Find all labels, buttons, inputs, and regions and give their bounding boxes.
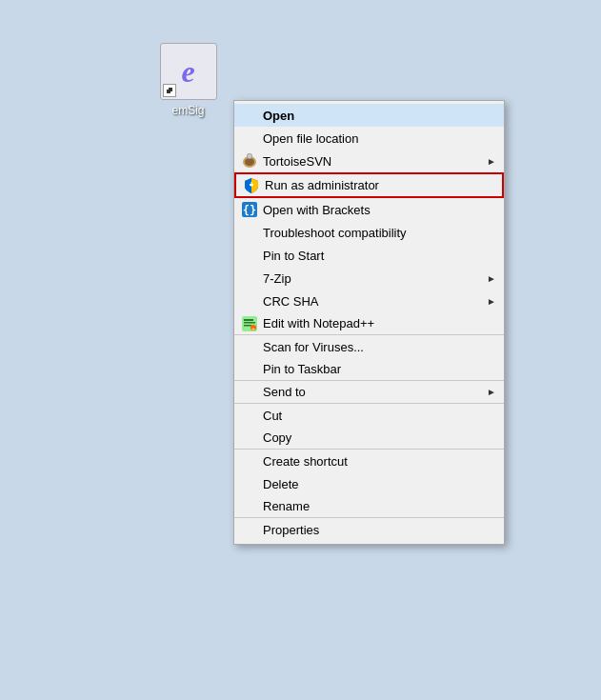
menu-item-cut[interactable]: Cut xyxy=(234,404,504,427)
svg-rect-10 xyxy=(244,322,255,324)
shield-uac-icon xyxy=(242,176,261,195)
submenu-arrow: ► xyxy=(487,273,496,284)
svg-rect-11 xyxy=(244,325,251,327)
menu-item-delete[interactable]: Delete xyxy=(234,472,504,495)
svg-point-3 xyxy=(248,154,251,158)
menu-item-create-shortcut[interactable]: Create shortcut xyxy=(234,450,504,472)
svg-text:+: + xyxy=(251,326,255,331)
menu-item-troubleshoot[interactable]: Troubleshoot compatibility xyxy=(234,221,504,244)
svg-text:{}: {} xyxy=(243,204,256,217)
menu-item-open[interactable]: Open xyxy=(234,104,504,127)
menu-item-7zip[interactable]: 7-Zip ► xyxy=(234,267,504,290)
menu-item-run-as-admin[interactable]: Run as administrator xyxy=(234,172,504,198)
svg-point-1 xyxy=(245,158,254,166)
menu-item-pin-taskbar[interactable]: Pin to Taskbar xyxy=(234,358,504,381)
menu-item-send-to[interactable]: Send to ► xyxy=(234,381,504,404)
desktop-icon[interactable]: e emSig xyxy=(152,43,224,117)
menu-item-crc-sha[interactable]: CRC SHA ► xyxy=(234,290,504,312)
icon-label: emSig xyxy=(171,104,204,117)
submenu-arrow: ► xyxy=(487,387,496,397)
submenu-arrow: ► xyxy=(487,156,496,167)
svg-rect-9 xyxy=(244,319,253,321)
shortcut-indicator xyxy=(163,84,176,97)
menu-item-copy[interactable]: Copy xyxy=(234,427,504,450)
menu-item-open-brackets[interactable]: {} Open with Brackets xyxy=(234,198,504,221)
menu-item-properties[interactable]: Properties xyxy=(234,518,504,541)
menu-item-rename[interactable]: Rename xyxy=(234,495,504,518)
menu-item-scan-viruses[interactable]: Scan for Viruses... xyxy=(234,335,504,358)
svg-rect-5 xyxy=(251,182,252,187)
menu-item-open-file-location[interactable]: Open file location xyxy=(234,127,504,150)
context-menu: Open Open file location TortoiseSVN ► xyxy=(233,100,505,545)
submenu-arrow: ► xyxy=(487,296,496,307)
menu-item-tortoisesvn[interactable]: TortoiseSVN ► xyxy=(234,150,504,172)
tortoise-icon xyxy=(240,151,259,170)
brackets-icon: {} xyxy=(240,200,259,219)
menu-item-pin-start[interactable]: Pin to Start xyxy=(234,244,504,267)
app-icon: e xyxy=(160,43,217,100)
menu-item-edit-notepad[interactable]: + Edit with Notepad++ xyxy=(234,312,504,335)
notepadpp-icon: + xyxy=(240,314,259,333)
